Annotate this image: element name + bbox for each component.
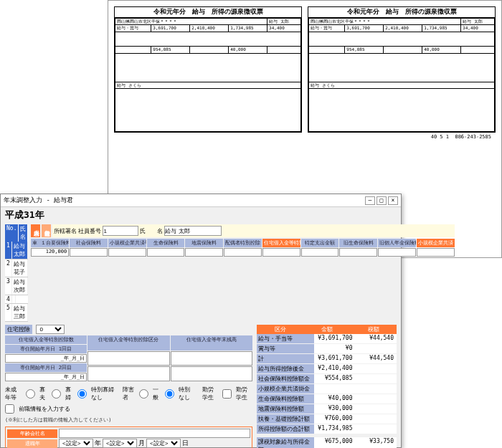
- year-label: 平成31年: [1, 207, 401, 223]
- amount-input[interactable]: [301, 248, 339, 257]
- tab-target[interactable]: 対象者情報: [42, 224, 51, 237]
- retire-day-select[interactable]: <設定>: [146, 439, 181, 448]
- prev-job-section: 年齢会社名 退職年 <設定>年 <設定>月 <設定>日 年収額 徴収支払済所得税: [5, 426, 252, 448]
- amount-input[interactable]: [262, 248, 300, 257]
- amount-input[interactable]: [147, 248, 185, 257]
- doc-title: 令和元年分 給与 所得の源泉徴収票: [115, 7, 301, 18]
- employee-list: No.氏名 1給与 太郎 2給与 花子 3給与 次郎 4 5給与 三郎: [5, 224, 28, 322]
- loan-balance-input[interactable]: [171, 351, 252, 366]
- withholding-slip-left: 令和元年分 給与 所得の源泉徴収票 岡山県岡山市北区千保＊＊＊＊給与 太郎 給与…: [114, 6, 302, 133]
- amount-input[interactable]: [185, 248, 223, 257]
- amount-input[interactable]: [224, 248, 262, 257]
- withholding-slip-right: 令和元年分 給与 所得の源泉徴収票 岡山県岡山市北区千保＊＊＊＊給与 太郎 給与…: [308, 6, 496, 133]
- titlebar: 年末調整入力 - 給与君 – □ ×: [1, 194, 401, 207]
- employee-row[interactable]: 5給与 三郎: [5, 304, 28, 322]
- amount-input[interactable]: [339, 248, 377, 257]
- amount-input[interactable]: [417, 248, 455, 257]
- tab-person[interactable]: 所得者本人: [31, 224, 40, 237]
- widow-radio[interactable]: [52, 389, 61, 399]
- loan-section-label: 住宅控除: [5, 325, 32, 334]
- calculation-panel: 区分金額税額 給与・手当等¥3,691,700¥44,540賞与等¥0計¥3,6…: [257, 325, 397, 448]
- loan-type-input[interactable]: [87, 366, 169, 381]
- prev-company-input[interactable]: [59, 429, 250, 438]
- disability-radio[interactable]: [139, 389, 148, 399]
- amount-input[interactable]: [70, 248, 108, 257]
- employee-row[interactable]: 1給与 太郎: [5, 242, 28, 259]
- employee-row[interactable]: 3給与 次郎: [5, 277, 28, 295]
- student-check[interactable]: [222, 389, 232, 399]
- emp-no-input[interactable]: [103, 226, 138, 236]
- disability-radio[interactable]: [165, 389, 174, 399]
- close-button[interactable]: ×: [388, 196, 398, 205]
- retire-year-select[interactable]: <設定>: [59, 439, 93, 448]
- loan-type-input[interactable]: [87, 351, 169, 366]
- employee-row[interactable]: 2給与 花子: [5, 259, 28, 277]
- prev-job-check[interactable]: [5, 404, 14, 414]
- date-input[interactable]: _年_月_日: [5, 373, 87, 381]
- doc-title: 令和元年分 給与 所得の源泉徴収票: [308, 7, 495, 18]
- loan-count-select[interactable]: 0: [36, 325, 65, 334]
- name-input[interactable]: [164, 226, 222, 236]
- amount-input[interactable]: [108, 248, 146, 257]
- amount-input[interactable]: 120,000: [31, 248, 69, 257]
- app-window: 年末調整入力 - 給与君 – □ × 平成31年 No.氏名 1給与 太郎 2給…: [0, 194, 402, 448]
- widow-radio[interactable]: [77, 389, 87, 399]
- maximize-button[interactable]: □: [376, 196, 387, 205]
- widow-radio[interactable]: [26, 389, 35, 399]
- retire-month-select[interactable]: <設定>: [103, 439, 137, 448]
- date-input[interactable]: _年_月_日: [5, 354, 87, 363]
- amount-input[interactable]: [378, 248, 416, 257]
- loan-balance-input[interactable]: [171, 366, 252, 381]
- minimize-button[interactable]: –: [365, 196, 375, 205]
- employee-row[interactable]: 4: [5, 295, 28, 304]
- window-title: 年末調整入力 - 給与君: [4, 196, 73, 205]
